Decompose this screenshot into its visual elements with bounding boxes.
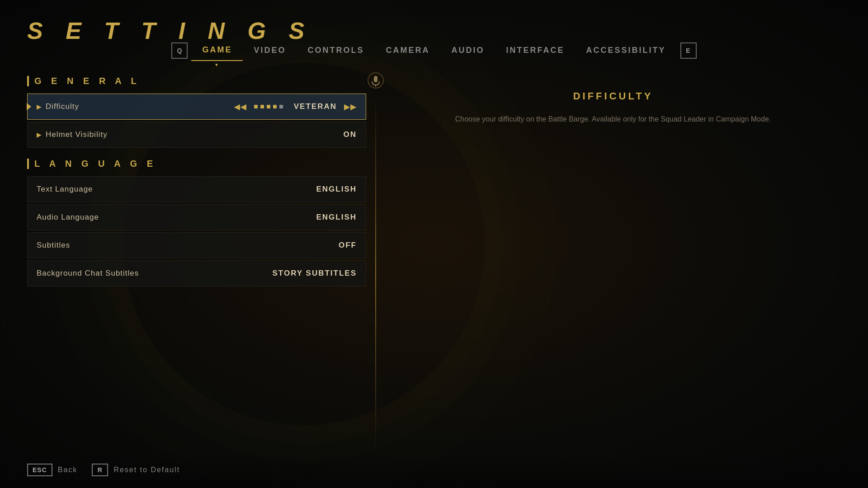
- panel-divider: [375, 95, 376, 452]
- tab-controls[interactable]: CONTROLS: [297, 40, 375, 61]
- reset-group: R Reset to Default: [92, 464, 180, 476]
- right-panel: DIFFICULTY Choose your difficulty on the…: [385, 72, 841, 452]
- setting-row-difficulty[interactable]: ▶ Difficulty ◀◀ VETERAN ▶▶: [27, 94, 366, 120]
- bg-chat-label: Background Chat Subtitles: [37, 269, 139, 278]
- tab-audio[interactable]: AUDIO: [440, 40, 495, 61]
- slider-dot-2: [260, 105, 264, 108]
- tab-camera[interactable]: CAMERA: [375, 40, 440, 61]
- slider-dot-5: [279, 105, 283, 108]
- setting-row-bg-chat[interactable]: Background Chat Subtitles STORY SUBTITLE…: [27, 260, 366, 286]
- esc-key-badge: ESC: [27, 464, 52, 476]
- bg-chat-value: STORY SUBTITLES: [273, 269, 357, 278]
- tab-interface[interactable]: INTERFACE: [495, 40, 575, 61]
- back-label: Back: [58, 466, 78, 474]
- setting-row-text-language[interactable]: Text Language ENGLISH: [27, 176, 366, 202]
- detail-title: DIFFICULTY: [403, 90, 823, 102]
- row-arrow-indicator: ▶: [37, 103, 42, 110]
- text-language-label: Text Language: [37, 185, 93, 194]
- nav-key-e[interactable]: E: [680, 42, 697, 59]
- tab-video[interactable]: VIDEO: [243, 40, 297, 61]
- subtitles-value: OFF: [339, 241, 357, 250]
- helmet-value: ON: [344, 130, 357, 139]
- subtitles-label: Subtitles: [37, 241, 70, 250]
- row-arrow-indicator-2: ▶: [37, 131, 42, 138]
- tab-game[interactable]: GAME: [191, 40, 243, 61]
- detail-description: Choose your difficulty on the Battle Bar…: [403, 113, 823, 125]
- bottom-bar: ESC Back R Reset to Default: [0, 452, 868, 488]
- text-language-value: ENGLISH: [316, 185, 357, 194]
- helmet-visibility-label: ▶ Helmet Visibility: [37, 130, 108, 139]
- row-cursor: [27, 103, 31, 110]
- left-panel: G E N E R A L ▶ Difficulty ◀◀: [27, 72, 366, 452]
- audio-language-value: ENGLISH: [316, 213, 357, 222]
- difficulty-prev-arrow[interactable]: ◀◀: [234, 103, 247, 111]
- nav-key-q[interactable]: Q: [171, 42, 188, 59]
- tab-accessibility[interactable]: ACCESSIBILITY: [576, 40, 677, 61]
- scroll-divider-icon: [368, 72, 384, 91]
- audio-language-label: Audio Language: [37, 213, 99, 222]
- main-content: G E N E R A L ▶ Difficulty ◀◀: [27, 72, 841, 452]
- difficulty-label: ▶ Difficulty: [37, 102, 79, 111]
- difficulty-next-arrow[interactable]: ▶▶: [344, 103, 357, 111]
- slider-dot-3: [267, 105, 270, 108]
- difficulty-value-container: ◀◀ VETERAN ▶▶: [234, 102, 357, 111]
- section-language-header: L A N G U A G E: [27, 159, 366, 169]
- setting-row-audio-language[interactable]: Audio Language ENGLISH: [27, 204, 366, 230]
- slider-dot-4: [273, 105, 277, 108]
- setting-row-helmet-visibility[interactable]: ▶ Helmet Visibility ON: [27, 122, 366, 148]
- difficulty-slider: [254, 105, 283, 108]
- back-group: ESC Back: [27, 464, 77, 476]
- slider-dot-1: [254, 105, 258, 108]
- nav-tabs: Q GAME VIDEO CONTROLS CAMERA AUDIO INTER…: [0, 40, 868, 61]
- r-key-badge: R: [92, 464, 108, 476]
- svg-rect-1: [374, 76, 377, 82]
- difficulty-value: VETERAN: [294, 102, 337, 111]
- reset-label: Reset to Default: [113, 466, 180, 474]
- setting-row-subtitles[interactable]: Subtitles OFF: [27, 232, 366, 258]
- section-general-header: G E N E R A L: [27, 76, 366, 86]
